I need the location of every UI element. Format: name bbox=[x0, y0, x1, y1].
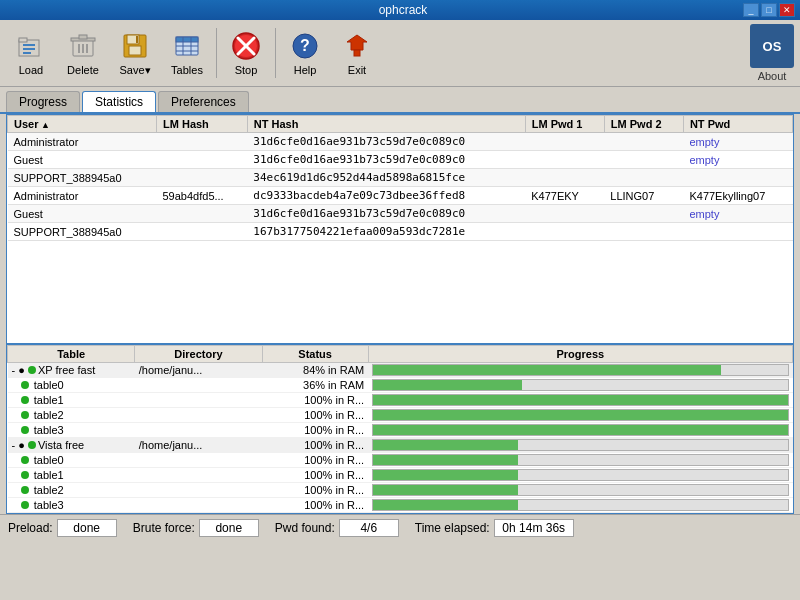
time-elapsed-field: Time elapsed: 0h 14m 36s bbox=[415, 519, 574, 537]
pwd-nt-pwd bbox=[683, 223, 792, 241]
prog-table-dir bbox=[135, 408, 262, 423]
pwd-user: SUPPORT_388945a0 bbox=[8, 223, 157, 241]
prog-table-dir bbox=[135, 498, 262, 513]
prog-table-progress bbox=[368, 408, 792, 423]
toolbar: Load Delete Save▾ bbox=[0, 20, 800, 87]
pwd-user: Guest bbox=[8, 205, 157, 223]
pwd-table-row: Administrator59ab4dfd5...dc9333bacdeb4a7… bbox=[8, 187, 793, 205]
help-button[interactable]: ? Help bbox=[280, 25, 330, 81]
exit-button[interactable]: Exit bbox=[332, 25, 382, 81]
pwd-lm-hash bbox=[157, 133, 248, 151]
prog-table-name: table2 bbox=[8, 408, 135, 423]
tab-progress[interactable]: Progress bbox=[6, 91, 80, 112]
col-nt-pwd[interactable]: NT Pwd bbox=[683, 116, 792, 133]
prog-table-name: table0 bbox=[8, 378, 135, 393]
prog-group-row: - ● Vista free/home/janu...100% in R... bbox=[8, 438, 793, 453]
password-table-section: User LM Hash NT Hash LM Pwd 1 LM Pwd 2 N… bbox=[7, 115, 793, 345]
save-button[interactable]: Save▾ bbox=[110, 25, 160, 82]
pwd-lm-pwd1 bbox=[525, 133, 604, 151]
prog-table-row: table3100% in R... bbox=[8, 498, 793, 513]
tables-label: Tables bbox=[171, 64, 203, 76]
delete-icon bbox=[67, 30, 99, 62]
toolbar-separator-1 bbox=[216, 28, 217, 78]
brute-force-value: done bbox=[199, 519, 259, 537]
svg-marker-27 bbox=[347, 35, 367, 50]
preload-value: done bbox=[57, 519, 117, 537]
about-label: About bbox=[758, 70, 787, 82]
svg-rect-3 bbox=[23, 48, 35, 50]
prog-table-status: 100% in R... bbox=[262, 498, 368, 513]
pwd-lm-pwd2 bbox=[604, 223, 683, 241]
time-elapsed-label: Time elapsed: bbox=[415, 521, 490, 535]
pwd-nt-hash: dc9333bacdeb4a7e09c73dbee36ffed8 bbox=[247, 187, 525, 205]
pwd-lm-pwd1 bbox=[525, 151, 604, 169]
pwd-table-row: SUPPORT_388945a0167b3177504221efaa009a59… bbox=[8, 223, 793, 241]
stop-button[interactable]: Stop bbox=[221, 25, 271, 81]
svg-rect-13 bbox=[129, 46, 141, 55]
prog-table-status: 100% in R... bbox=[262, 453, 368, 468]
prog-table-row: table2100% in R... bbox=[8, 483, 793, 498]
preload-field: Preload: done bbox=[8, 519, 117, 537]
prog-table-dir bbox=[135, 393, 262, 408]
pwd-table-row: Administrator31d6cfe0d16ae931b73c59d7e0c… bbox=[8, 133, 793, 151]
pwd-lm-pwd1 bbox=[525, 205, 604, 223]
stop-label: Stop bbox=[235, 64, 258, 76]
tab-statistics[interactable]: Statistics bbox=[82, 91, 156, 112]
col-lm-pwd1[interactable]: LM Pwd 1 bbox=[525, 116, 604, 133]
window-controls[interactable]: _ □ ✕ bbox=[743, 3, 795, 17]
window-title: ophcrack bbox=[63, 3, 743, 17]
minimize-button[interactable]: _ bbox=[743, 3, 759, 17]
prog-table-progress bbox=[368, 378, 792, 393]
progress-table-section: Table Directory Status Progress - ● XP f… bbox=[7, 345, 793, 513]
col-user[interactable]: User bbox=[8, 116, 157, 133]
col-lm-hash[interactable]: LM Hash bbox=[157, 116, 248, 133]
prog-table-row: table3100% in R... bbox=[8, 423, 793, 438]
prog-col-table: Table bbox=[8, 346, 135, 363]
close-button[interactable]: ✕ bbox=[779, 3, 795, 17]
delete-label: Delete bbox=[67, 64, 99, 76]
prog-table-status: 100% in R... bbox=[262, 483, 368, 498]
pwd-nt-pwd: empty bbox=[683, 133, 792, 151]
pwd-lm-pwd2: LLING07 bbox=[604, 187, 683, 205]
pwd-lm-hash bbox=[157, 169, 248, 187]
pwd-user: SUPPORT_388945a0 bbox=[8, 169, 157, 187]
prog-table-progress bbox=[368, 498, 792, 513]
prog-table-row: table2100% in R... bbox=[8, 408, 793, 423]
svg-rect-14 bbox=[136, 36, 138, 43]
prog-table-name: table1 bbox=[8, 393, 135, 408]
prog-group-collapse[interactable]: - ● Vista free bbox=[8, 438, 135, 453]
prog-group-dir: /home/janu... bbox=[135, 438, 262, 453]
pwd-nt-pwd: empty bbox=[683, 151, 792, 169]
tables-button[interactable]: Tables bbox=[162, 25, 212, 81]
prog-table-name: table3 bbox=[8, 498, 135, 513]
tab-preferences[interactable]: Preferences bbox=[158, 91, 249, 112]
brute-force-field: Brute force: done bbox=[133, 519, 259, 537]
col-lm-pwd2[interactable]: LM Pwd 2 bbox=[604, 116, 683, 133]
prog-group-progress bbox=[368, 438, 792, 453]
maximize-button[interactable]: □ bbox=[761, 3, 777, 17]
pwd-nt-hash: 31d6cfe0d16ae931b73c59d7e0c089c0 bbox=[247, 205, 525, 223]
prog-col-status: Status bbox=[262, 346, 368, 363]
load-button[interactable]: Load bbox=[6, 25, 56, 81]
save-label: Save▾ bbox=[119, 64, 150, 77]
pwd-user: Administrator bbox=[8, 133, 157, 151]
prog-group-progress bbox=[368, 363, 792, 378]
pwd-found-field: Pwd found: 4/6 bbox=[275, 519, 399, 537]
prog-table-progress bbox=[368, 393, 792, 408]
titlebar: ophcrack _ □ ✕ bbox=[0, 0, 800, 20]
delete-button[interactable]: Delete bbox=[58, 25, 108, 81]
svg-rect-2 bbox=[23, 44, 35, 46]
pwd-lm-hash bbox=[157, 205, 248, 223]
about-button[interactable]: OS bbox=[750, 24, 794, 68]
prog-table-progress bbox=[368, 453, 792, 468]
prog-table-name: table1 bbox=[8, 468, 135, 483]
tab-bar: Progress Statistics Preferences bbox=[0, 87, 800, 114]
prog-table-row: table1100% in R... bbox=[8, 468, 793, 483]
prog-group-collapse[interactable]: - ● XP free fast bbox=[8, 363, 135, 378]
pwd-lm-pwd2 bbox=[604, 169, 683, 187]
prog-table-dir bbox=[135, 483, 262, 498]
pwd-lm-pwd2 bbox=[604, 151, 683, 169]
pwd-nt-hash: 34ec619d1d6c952d44ad5898a6815fce bbox=[247, 169, 525, 187]
col-nt-hash[interactable]: NT Hash bbox=[247, 116, 525, 133]
svg-rect-7 bbox=[79, 35, 87, 39]
